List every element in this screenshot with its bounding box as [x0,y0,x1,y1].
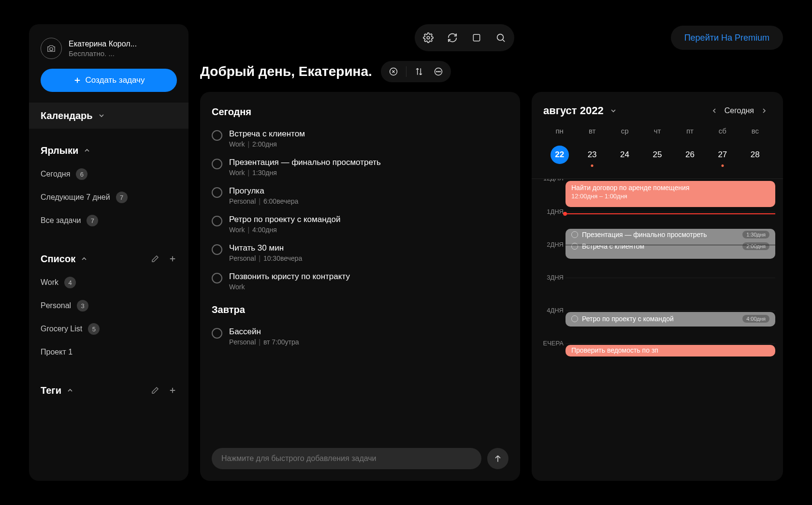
task-row[interactable]: Позвонить юристу по контракту Work [212,267,508,296]
chevron-up-icon [83,147,91,154]
date-cell[interactable]: 23 [576,141,608,169]
event-title: Презентация — финально просмотреть [582,231,707,238]
clear-button[interactable] [385,63,402,80]
list-item-grocery[interactable]: Grocery List5 [41,318,177,340]
weekday-label: чт [641,127,673,135]
svg-point-6 [436,71,437,72]
task-meta: Work|4:00дня [229,226,340,234]
section-lists: Список Work4 Personal3 Grocery List5 Про… [29,246,188,369]
date-cell[interactable]: 26 [674,141,706,169]
event-dot-icon [591,164,594,167]
more-icon [434,67,443,76]
task-row[interactable]: Встреча с клиентом Work|2:00дня [212,124,508,153]
event-title: Найти договор по аренде помещения [571,184,769,192]
premium-button[interactable]: Перейти На Premium [671,26,783,50]
tags-label: Теги [41,385,61,396]
search-button[interactable] [490,27,511,48]
svg-point-0 [50,47,53,50]
task-meta: Work|1:30дня [229,169,381,177]
time-label: 1ДНЯ [535,208,564,215]
camera-icon [46,45,56,52]
date-number: 28 [746,146,764,164]
profile-block[interactable]: Екатерина Корол... Бесплатно. ... [29,33,188,69]
check-circle-icon [571,315,578,322]
task-row[interactable]: Бассейн Personal|вт 7:00утра [212,322,508,351]
sync-button[interactable] [442,27,463,48]
group-today-title: Сегодня [212,106,508,118]
date-cell[interactable]: 24 [609,141,641,169]
task-checkbox[interactable] [212,187,222,198]
task-row[interactable]: Презентация — финально просмотреть Work|… [212,153,508,181]
list-item-work[interactable]: Work4 [41,272,177,293]
plus-icon [73,76,82,85]
profile-name: Екатерина Корол... [69,40,137,48]
edit-icon[interactable] [151,254,160,263]
task-checkbox[interactable] [212,216,222,226]
toolbar-actions [415,24,514,51]
sort-icon [414,67,424,76]
task-row[interactable]: Читать 30 мин Personal|10:30вечера [212,238,508,267]
section-calendar[interactable]: Календарь [29,103,188,129]
date-cell[interactable]: 27 [706,141,739,169]
date-cell[interactable]: 28 [739,141,771,169]
event-badge: 1:30дня [742,231,769,238]
event-title: Ретро по проекту с командой [582,315,674,323]
sort-button[interactable] [410,63,428,80]
topbar: Перейти На Premium [200,24,783,51]
shortcut-next-7-days[interactable]: Следующие 7 дней7 [41,187,177,208]
timeline[interactable]: 12ДНЯ Найти договор по аренде помещения … [532,178,783,382]
list-item-project-1[interactable]: Проект 1 [41,342,177,363]
search-icon [495,32,506,43]
shortcuts-header[interactable]: Ярлыки [41,137,177,163]
weekday-label: пт [674,127,706,135]
task-row[interactable]: Ретро по проекту с командой Work|4:00дня [212,210,508,238]
section-shortcuts: Ярлыки Сегодня6 Следующие 7 дней7 Все за… [29,137,188,237]
create-task-button[interactable]: Создать задачу [41,69,177,92]
today-button[interactable]: Сегодня [725,106,754,115]
tasks-panel: Сегодня Встреча с клиентом Work|2:00дня … [200,92,520,481]
sync-icon [447,32,458,43]
edit-icon[interactable] [151,386,160,395]
list-item-personal[interactable]: Personal3 [41,295,177,316]
task-row[interactable]: Прогулка Personal|6:00вечера [212,181,508,210]
task-checkbox[interactable] [212,244,222,255]
calendar-label: Календарь [41,110,93,121]
chevron-down-icon[interactable] [609,107,617,115]
quick-add-submit[interactable] [487,448,508,469]
event-item[interactable]: Проверить ведомость по зп [566,345,775,356]
shortcut-all-tasks[interactable]: Все задачи7 [41,210,177,231]
date-cell[interactable]: 25 [641,141,673,169]
count-badge: 6 [76,168,87,180]
date-cell[interactable]: 22 [543,141,576,169]
event-item[interactable]: Ретро по проекту с командой4:00дня [566,312,775,327]
gear-icon [423,32,434,43]
plus-icon[interactable] [168,254,177,263]
task-title: Встреча с клиентом [229,129,305,139]
prev-week-button[interactable] [707,104,722,118]
chevron-left-icon [710,107,718,115]
date-row: 22232425262728 [532,141,783,169]
task-meta: Work|2:00дня [229,140,305,148]
task-checkbox[interactable] [212,130,222,141]
event-item[interactable]: Найти договор по аренде помещения 12:00д… [566,181,775,207]
group-tomorrow-title: Завтра [212,304,508,315]
greeting-actions [381,61,451,82]
next-week-button[interactable] [757,104,771,118]
task-checkbox[interactable] [212,273,222,283]
shortcut-today[interactable]: Сегодня6 [41,163,177,185]
settings-button[interactable] [418,27,439,48]
count-badge: 7 [87,215,98,226]
weekday-label: ср [609,127,641,135]
task-title: Бассейн [229,327,299,337]
lists-header[interactable]: Список [41,246,177,272]
task-checkbox[interactable] [212,328,222,339]
task-meta: Work [229,283,350,291]
date-number: 27 [713,146,732,164]
window-button[interactable] [466,27,487,48]
task-checkbox[interactable] [212,159,222,169]
tags-header[interactable]: Теги [41,377,177,403]
more-button[interactable] [430,63,447,80]
chevron-right-icon [760,107,768,115]
quick-add-input[interactable] [212,448,481,469]
plus-icon[interactable] [168,386,177,395]
